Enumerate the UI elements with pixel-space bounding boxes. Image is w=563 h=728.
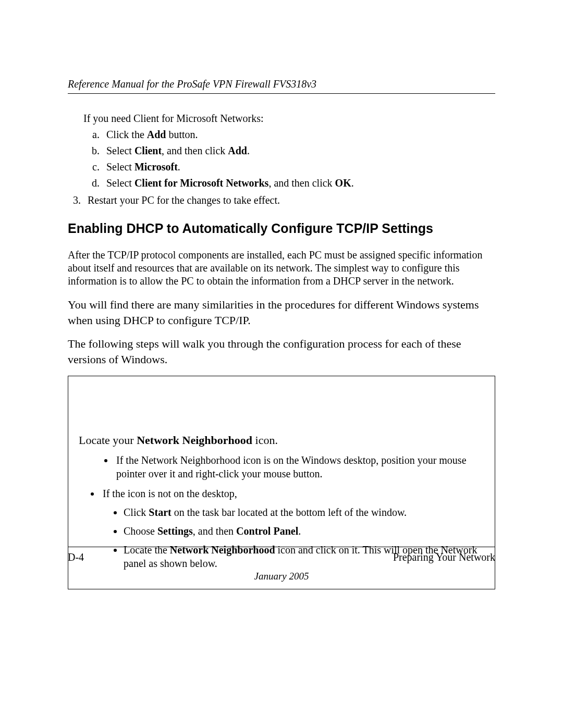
text: button. [166,129,198,140]
page-number: D-4 [68,551,84,563]
page-footer: D-4 Preparing Your Network January 2005 [68,547,495,582]
bold-text: Control Panel [236,525,298,537]
running-header: Reference Manual for the ProSafe VPN Fir… [68,78,495,94]
lettered-list: Click the Add button. Select Client, and… [83,129,495,189]
text: Click [124,507,149,518]
bold-text: Add [228,145,247,156]
body-paragraph: After the TCP/IP protocol components are… [68,249,495,288]
text: Click the [106,129,147,140]
document-page: Reference Manual for the ProSafe VPN Fir… [0,0,563,728]
bold-text: OK [335,177,351,189]
footer-date: January 2005 [68,571,495,582]
list-item: Restart your PC for the changes to take … [83,194,495,206]
text: icon. [252,434,278,447]
list-item: If the Network Neighborhood icon is on t… [114,453,484,480]
footer-rule [68,547,495,547]
bold-text: Add [147,129,166,140]
text: Choose [124,525,157,537]
text: . [247,145,250,156]
section-name: Preparing Your Network [393,551,495,563]
text: . [178,161,180,172]
list-item: Choose Settings, and then Control Panel. [124,524,484,538]
text: , and then [193,525,236,537]
section-heading: Enabling DHCP to Automatically Configure… [68,221,495,236]
numbered-list: Restart your PC for the changes to take … [68,194,495,206]
text: . [351,177,354,189]
bold-text: Microsoft [134,161,178,172]
text: Locate your [79,434,137,447]
list-item: Select Client, and then click Add. [102,145,495,157]
bold-text: Start [149,507,171,518]
intro-text: If you need Client for Microsoft Network… [83,113,495,125]
bold-text: Network Neighborhood [137,434,252,447]
text: Select [106,177,134,189]
list-item: Select Microsoft. [102,161,495,173]
list-item: Click Start on the task bar located at t… [124,505,484,519]
body-paragraph: The following steps will walk you throug… [68,336,495,367]
bold-text: Client for Microsoft Networks [134,177,269,189]
body-paragraph: You will find there are many similaritie… [68,297,495,328]
bold-text: Settings [157,525,193,537]
list-item: Select Client for Microsoft Networks, an… [102,177,495,189]
text: If the icon is not on the desktop, [103,488,237,499]
bold-text: Client [134,145,162,156]
text: on the task bar located at the bottom le… [172,507,407,518]
text: , and then click [162,145,228,156]
text: Select [106,145,134,156]
text: Select [106,161,134,172]
text: , and then click [268,177,335,189]
locate-line: Locate your Network Neighborhood icon. [79,434,484,447]
text: . [298,525,301,537]
list-item: Click the Add button. [102,129,495,141]
